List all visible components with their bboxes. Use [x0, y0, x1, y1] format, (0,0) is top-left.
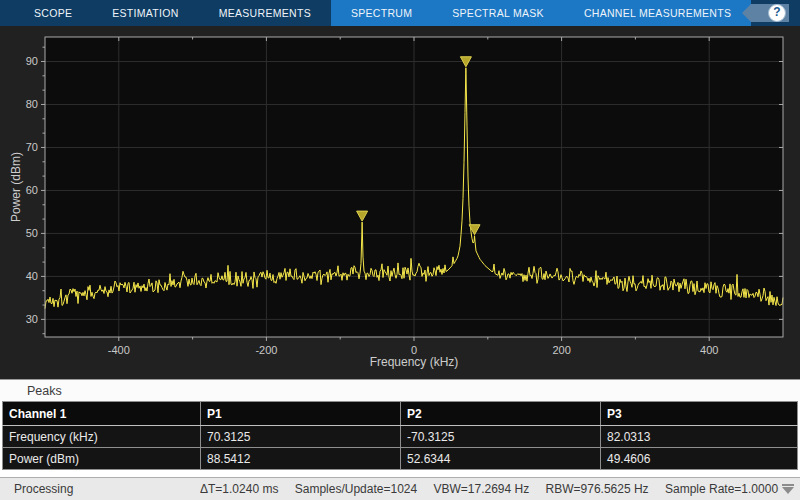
spectrum-plot-panel: -400-200020040030405060708090 Power (dBm…	[0, 26, 800, 379]
tab-estimation[interactable]: ESTIMATION	[92, 0, 198, 26]
peaks-header-p2: P2	[401, 402, 601, 426]
peaks-power-p1: 88.5412	[201, 448, 401, 470]
peaks-frequency-p1: 70.3125	[201, 426, 401, 448]
status-samples-update: Samples/Update=1024	[295, 482, 417, 496]
peaks-header-p1: P1	[201, 402, 401, 426]
peaks-table: Channel 1 P1 P2 P3 Frequency (kHz) 70.31…	[2, 401, 798, 470]
x-tick-label: 400	[700, 344, 718, 356]
peaks-power-p2: 52.6344	[401, 448, 601, 470]
help-icon: ?	[768, 4, 786, 22]
status-delta-t: ΔT=1.0240 ms	[200, 482, 278, 496]
status-metrics: ΔT=1.0240 ms Samples/Update=1024 VBW=17.…	[200, 482, 790, 496]
y-tick-label: 30	[26, 313, 38, 325]
tab-measurements[interactable]: MEASUREMENTS	[199, 0, 331, 26]
y-axis-label: Power (dBm)	[9, 127, 23, 247]
toolstrip: SCOPE ESTIMATION MEASUREMENTS SPECTRUM S…	[0, 0, 800, 26]
peaks-frequency-row: Frequency (kHz) 70.3125 -70.3125 82.0313	[3, 426, 798, 448]
spectrum-plot-area[interactable]: -400-200020040030405060708090	[0, 26, 800, 383]
y-tick-label: 50	[26, 227, 38, 239]
toolbar-spacer	[0, 0, 14, 26]
peaks-power-label: Power (dBm)	[3, 448, 201, 470]
peaks-header-channel: Channel 1	[3, 402, 201, 426]
status-vbw: VBW=17.2694 Hz	[434, 482, 530, 496]
x-axis-label: Frequency (kHz)	[314, 355, 514, 369]
y-tick-label: 70	[26, 141, 38, 153]
tab-spectrum[interactable]: SPECTRUM	[331, 0, 432, 26]
y-tick-label: 90	[26, 55, 38, 67]
peaks-frequency-label: Frequency (kHz)	[3, 426, 201, 448]
peaks-header-p3: P3	[601, 402, 798, 426]
status-state: Processing	[14, 482, 73, 496]
status-sample-rate: Sample Rate=1.0000 MHz	[665, 482, 790, 496]
peaks-power-row: Power (dBm) 88.5412 52.6344 49.4606	[3, 448, 798, 470]
x-tick-label: -200	[255, 344, 277, 356]
tab-spectral-mask[interactable]: SPECTRAL MASK	[432, 0, 564, 26]
spectrum-svg: -400-200020040030405060708090	[0, 26, 800, 379]
peaks-frequency-p3: 82.0313	[601, 426, 798, 448]
status-rbw: RBW=976.5625 Hz	[546, 482, 649, 496]
peaks-panel-title: Peaks	[27, 384, 62, 398]
x-tick-label: 200	[552, 344, 570, 356]
peaks-table-header-row: Channel 1 P1 P2 P3	[3, 402, 798, 426]
help-button[interactable]: ?	[742, 3, 790, 23]
peaks-frequency-p2: -70.3125	[401, 426, 601, 448]
peaks-panel-header[interactable]: Peaks	[0, 379, 800, 401]
peaks-power-p3: 49.4606	[601, 448, 798, 470]
active-tab-group: SPECTRUM SPECTRAL MASK CHANNEL MEASUREME…	[331, 0, 751, 26]
y-tick-label: 60	[26, 184, 38, 196]
tab-scope[interactable]: SCOPE	[14, 0, 92, 26]
y-tick-label: 40	[26, 270, 38, 282]
x-tick-label: -400	[108, 344, 130, 356]
status-bar: Processing ΔT=1.0240 ms Samples/Update=1…	[0, 477, 800, 500]
busy-icon	[781, 484, 795, 495]
tab-channel-measurements[interactable]: CHANNEL MEASUREMENTS	[564, 0, 751, 26]
spectrum-analyzer-window: SCOPE ESTIMATION MEASUREMENTS SPECTRUM S…	[0, 0, 800, 500]
y-tick-label: 80	[26, 98, 38, 110]
